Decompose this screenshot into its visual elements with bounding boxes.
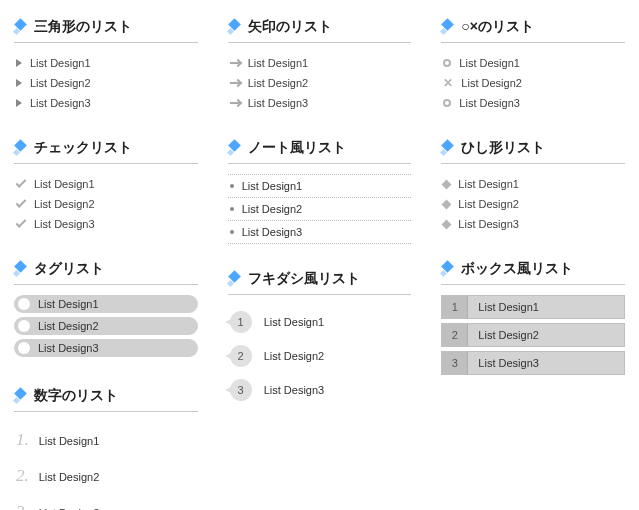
list: List Design1 List Design2 List Design3 xyxy=(228,174,412,244)
diamond-pair-icon xyxy=(14,389,28,403)
heading-text: ノート風リスト xyxy=(248,139,346,157)
section-number: 数字のリスト 1.List Design1 2.List Design2 3.L… xyxy=(14,387,198,510)
list-item: ✕List Design2 xyxy=(441,73,625,93)
item-label: List Design2 xyxy=(461,77,522,89)
diamond-icon xyxy=(442,219,452,229)
tag-item: List Design2 xyxy=(14,317,198,335)
list: List Design1 List Design2 List Design3 xyxy=(14,53,198,113)
list-item: List Design3 xyxy=(228,93,412,113)
diamond-pair-icon xyxy=(228,272,242,286)
speech-bubble-icon: 2 xyxy=(230,345,252,367)
number-icon: 1. xyxy=(16,430,29,450)
item-label: List Design2 xyxy=(458,198,519,210)
section-arrow: 矢印のリスト List Design1 List Design2 List De… xyxy=(228,18,412,113)
item-label: List Design3 xyxy=(248,97,309,109)
list-item: List Design2 xyxy=(14,73,198,93)
number-icon: 3. xyxy=(16,502,29,510)
check-icon xyxy=(16,217,27,228)
item-label: List Design2 xyxy=(30,77,91,89)
item-label: List Design2 xyxy=(38,320,99,332)
item-label: List Design3 xyxy=(459,97,520,109)
list-item: List Design3 xyxy=(441,93,625,113)
heading-text: ○×のリスト xyxy=(461,18,534,36)
list: List Design1 List Design2 List Design3 xyxy=(228,53,412,113)
list-item: List Design1 xyxy=(441,53,625,73)
list-item: List Design1 xyxy=(228,53,412,73)
triangle-icon xyxy=(16,79,22,87)
list: List Design1 ✕List Design2 List Design3 xyxy=(441,53,625,113)
diamond-pair-icon xyxy=(228,141,242,155)
heading-text: チェックリスト xyxy=(34,139,132,157)
diamond-icon xyxy=(442,179,452,189)
diamond-icon xyxy=(442,199,452,209)
list-item: List Design2 xyxy=(228,198,412,221)
diamond-pair-icon xyxy=(14,262,28,276)
box-number: 1 xyxy=(442,296,468,318)
list-item: 1List Design1 xyxy=(228,305,412,339)
tag-dot-icon xyxy=(18,298,30,310)
heading-text: ボックス風リスト xyxy=(461,260,573,278)
list: List Design1 List Design2 List Design3 xyxy=(441,174,625,234)
diamond-pair-icon xyxy=(14,141,28,155)
item-label: List Design2 xyxy=(264,350,325,362)
heading: ○×のリスト xyxy=(441,18,625,43)
list-item: 2List Design2 xyxy=(228,339,412,373)
box-item: 1List Design1 xyxy=(441,295,625,319)
item-label: List Design2 xyxy=(242,203,303,215)
item-label: List Design1 xyxy=(30,57,91,69)
heading: 数字のリスト xyxy=(14,387,198,412)
diamond-pair-icon xyxy=(441,141,455,155)
dot-icon xyxy=(230,207,234,211)
speech-bubble-icon: 3 xyxy=(230,379,252,401)
heading-text: タグリスト xyxy=(34,260,104,278)
box-number: 2 xyxy=(442,324,468,346)
heading: ノート風リスト xyxy=(228,139,412,164)
column-2: 矢印のリスト List Design1 List Design2 List De… xyxy=(228,18,412,510)
item-label: List Design1 xyxy=(38,298,99,310)
circle-icon xyxy=(443,59,451,67)
list-item: List Design1 xyxy=(441,174,625,194)
triangle-icon xyxy=(16,59,22,67)
check-icon xyxy=(16,177,27,188)
list-style-showcase: 三角形のリスト List Design1 List Design2 List D… xyxy=(14,18,625,510)
item-label: List Design2 xyxy=(39,471,100,483)
list-item: 1.List Design1 xyxy=(14,422,198,458)
speech-bubble-icon: 1 xyxy=(230,311,252,333)
list-item: List Design2 xyxy=(441,194,625,214)
list-item: List Design2 xyxy=(228,73,412,93)
item-label: List Design1 xyxy=(264,316,325,328)
item-label: List Design3 xyxy=(468,352,624,374)
section-tag: タグリスト List Design1 List Design2 List Des… xyxy=(14,260,198,361)
list-item: List Design2 xyxy=(14,194,198,214)
column-3: ○×のリスト List Design1 ✕List Design2 List D… xyxy=(441,18,625,510)
heading: フキダシ風リスト xyxy=(228,270,412,295)
dot-icon xyxy=(230,230,234,234)
tag-dot-icon xyxy=(18,320,30,332)
list-item: List Design1 xyxy=(14,53,198,73)
list-item: List Design1 xyxy=(228,174,412,198)
box-item: 2List Design2 xyxy=(441,323,625,347)
list-item: 3List Design3 xyxy=(228,373,412,407)
heading: ボックス風リスト xyxy=(441,260,625,285)
check-icon xyxy=(16,197,27,208)
section-check: チェックリスト List Design1 List Design2 List D… xyxy=(14,139,198,234)
list-item: 3.List Design3 xyxy=(14,494,198,510)
item-label: List Design1 xyxy=(459,57,520,69)
diamond-pair-icon xyxy=(441,20,455,34)
list-item: List Design3 xyxy=(441,214,625,234)
item-label: List Design2 xyxy=(468,324,624,346)
heading-text: ひし形リスト xyxy=(461,139,545,157)
heading-text: 矢印のリスト xyxy=(248,18,332,36)
item-label: List Design3 xyxy=(30,97,91,109)
arrow-icon xyxy=(230,82,240,84)
item-label: List Design1 xyxy=(468,296,624,318)
heading: 矢印のリスト xyxy=(228,18,412,43)
list-item: List Design1 xyxy=(14,174,198,194)
heading: チェックリスト xyxy=(14,139,198,164)
column-1: 三角形のリスト List Design1 List Design2 List D… xyxy=(14,18,198,510)
heading-text: 三角形のリスト xyxy=(34,18,132,36)
list-item: List Design3 xyxy=(14,214,198,234)
circle-icon xyxy=(443,99,451,107)
heading: ひし形リスト xyxy=(441,139,625,164)
list: 1List Design1 2List Design2 3List Design… xyxy=(228,305,412,407)
